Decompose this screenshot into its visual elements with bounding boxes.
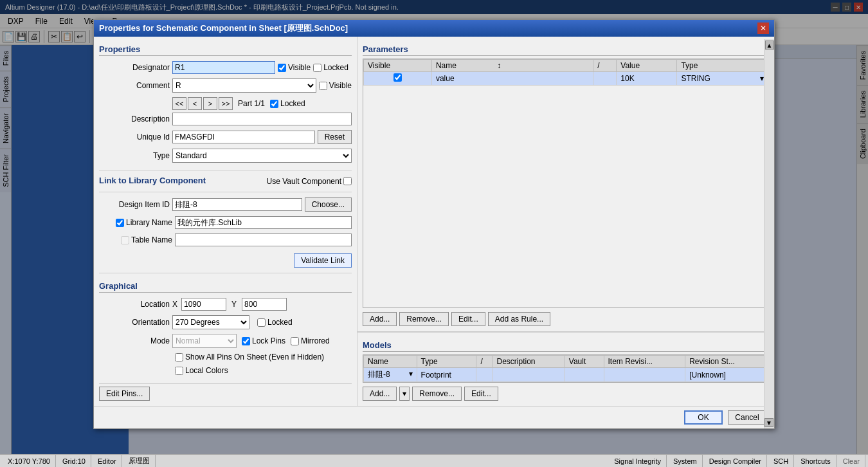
designator-visible-checkbox[interactable]: Visible — [278, 63, 311, 72]
status-shortcuts[interactable]: Shortcuts — [795, 455, 836, 467]
reset-button[interactable]: Reset — [318, 130, 352, 144]
parameters-actions: Add... Remove... Edit... Add as Rule... — [363, 312, 769, 326]
orientation-row: Orientation 270 Degrees Locked — [99, 315, 352, 329]
table-name-checkbox-label: Table Name — [99, 235, 172, 244]
models-remove-button[interactable]: Remove... — [412, 387, 462, 401]
library-name-input[interactable] — [175, 216, 352, 229]
type-row: Type Standard — [99, 149, 352, 163]
param-col-visible: Visible — [364, 60, 432, 72]
status-bar: X:1070 Y:780 Grid:10 Editor 原理图 Signal I… — [0, 454, 868, 467]
dialog-body: Properties Designator Visible Locked Com… — [94, 37, 774, 406]
models-actions: Add... ▾ Remove... Edit... — [363, 387, 769, 401]
models-add-dropdown-button[interactable]: ▾ — [399, 387, 410, 401]
params-edit-button[interactable]: Edit... — [451, 312, 485, 326]
dialog-titlebar: Properties for Schematic Component in Sh… — [94, 20, 774, 37]
type-select[interactable]: Standard — [172, 149, 352, 163]
unique-id-input[interactable] — [172, 131, 315, 143]
part-locked-checkbox[interactable]: Locked — [270, 99, 305, 108]
orientation-locked-checkbox[interactable]: Locked — [257, 318, 293, 327]
model-vault-cell — [565, 368, 604, 382]
tab-editor[interactable]: Editor — [93, 455, 122, 467]
models-edit-button[interactable]: Edit... — [464, 387, 498, 401]
table-name-input — [175, 234, 352, 246]
graphical-section-header: Graphical — [99, 281, 352, 293]
status-system[interactable]: System — [668, 455, 703, 467]
designator-input[interactable] — [172, 61, 275, 74]
library-section-header: Link to Library Component — [99, 176, 206, 187]
dialog-footer: OK Cancel — [94, 406, 774, 428]
unique-id-label: Unique Id — [99, 133, 170, 142]
params-add-button[interactable]: Add... — [363, 312, 397, 326]
designator-locked-checkbox[interactable]: Locked — [313, 63, 348, 72]
status-signal-integrity[interactable]: Signal Integrity — [609, 455, 667, 467]
models-section: Models Name Type / Description Vault — [357, 332, 774, 406]
orientation-select[interactable]: 270 Degrees — [172, 315, 249, 329]
show-all-pins-row: Show All Pins On Sheet (Even if Hidden) — [99, 353, 352, 362]
type-label: Type — [99, 151, 170, 160]
lock-pins-checkbox[interactable]: Lock Pins — [242, 336, 285, 345]
library-name-checkbox-label[interactable]: Library Name — [99, 218, 172, 227]
comment-select[interactable]: R — [172, 78, 316, 93]
model-revision-st-cell: [Unknown] — [685, 368, 768, 382]
properties-dialog: Properties for Schematic Component in Sh… — [93, 19, 775, 429]
orientation-label: Orientation — [99, 318, 170, 327]
param-visible-checkbox[interactable] — [393, 73, 402, 82]
model-col-name: Name — [364, 356, 417, 368]
dialog-scrollbar[interactable]: ▲ ▼ — [764, 39, 774, 406]
location-label: Location — [99, 300, 170, 309]
clear-button[interactable]: Clear — [838, 455, 865, 467]
design-item-id-row: Design Item ID Choose... — [99, 197, 352, 212]
part-navigation: << < > >> Part 1/1 Locked — [172, 97, 352, 110]
status-design-compiler[interactable]: Design Compiler — [704, 455, 767, 467]
param-value-cell: 10K — [617, 72, 677, 86]
comment-visible-checkbox[interactable]: Visible — [319, 81, 352, 90]
local-colors-checkbox[interactable]: Local Colors — [175, 366, 228, 375]
design-item-id-label: Design Item ID — [99, 200, 170, 209]
params-add-rule-button[interactable]: Add as Rule... — [488, 312, 550, 326]
part-prev-button[interactable]: < — [188, 97, 202, 110]
ok-button[interactable]: OK — [684, 410, 723, 425]
tab-schematic[interactable]: 原理图 — [123, 455, 156, 467]
library-link-header-row: Link to Library Component Use Vault Comp… — [99, 176, 352, 187]
dialog-left-panel: Properties Designator Visible Locked Com… — [94, 37, 357, 406]
models-add-button[interactable]: Add... — [363, 387, 397, 401]
param-visible-cell — [364, 72, 432, 86]
cancel-button[interactable]: Cancel — [728, 410, 766, 425]
location-row: Location X Y — [99, 298, 352, 311]
choose-button[interactable]: Choose... — [305, 197, 352, 212]
table-name-row: Table Name — [99, 234, 352, 246]
status-grid: Grid:10 — [57, 455, 91, 467]
models-table-container: Name Type / Description Vault Item Revis… — [363, 354, 769, 383]
description-input[interactable] — [172, 113, 352, 125]
design-item-id-input[interactable] — [172, 198, 302, 211]
parameters-table-container: Visible Name ↕ / Value Type — [363, 59, 769, 308]
model-item-rev-cell — [604, 368, 685, 382]
location-y-input[interactable] — [242, 298, 287, 311]
param-col-value: Value — [617, 60, 677, 72]
param-slash-cell — [593, 72, 617, 86]
status-sch[interactable]: SCH — [768, 455, 794, 467]
validate-link-button[interactable]: Validate Link — [294, 253, 352, 268]
location-x-input[interactable] — [181, 298, 226, 311]
mode-row: Mode Normal Lock Pins Mirrored — [99, 334, 352, 348]
part-last-button[interactable]: >> — [219, 97, 233, 110]
part-next-button[interactable]: > — [203, 97, 217, 110]
mirrored-checkbox[interactable]: Mirrored — [291, 336, 330, 345]
edit-pins-row: Edit Pins... — [99, 383, 352, 401]
part-first-button[interactable]: << — [172, 97, 186, 110]
model-col-vault: Vault — [565, 356, 604, 368]
model-type-cell: Footprint — [417, 368, 476, 382]
model-name-dropdown[interactable]: ▾ — [409, 369, 413, 378]
show-all-pins-checkbox[interactable]: Show All Pins On Sheet (Even if Hidden) — [175, 353, 324, 362]
models-header: Models — [363, 340, 769, 352]
local-colors-row: Local Colors — [99, 366, 352, 375]
models-table: Name Type / Description Vault Item Revis… — [363, 355, 768, 382]
use-vault-checkbox[interactable]: Use Vault Component — [266, 177, 352, 186]
edit-pins-button[interactable]: Edit Pins... — [99, 387, 150, 401]
model-col-item-rev: Item Revisi... — [604, 356, 685, 368]
dialog-close-button[interactable]: ✕ — [757, 23, 769, 34]
model-slash-cell — [476, 368, 493, 382]
scrollbar-up[interactable]: ▲ — [765, 41, 774, 50]
params-remove-button[interactable]: Remove... — [399, 312, 449, 326]
designator-label: Designator — [99, 63, 170, 72]
